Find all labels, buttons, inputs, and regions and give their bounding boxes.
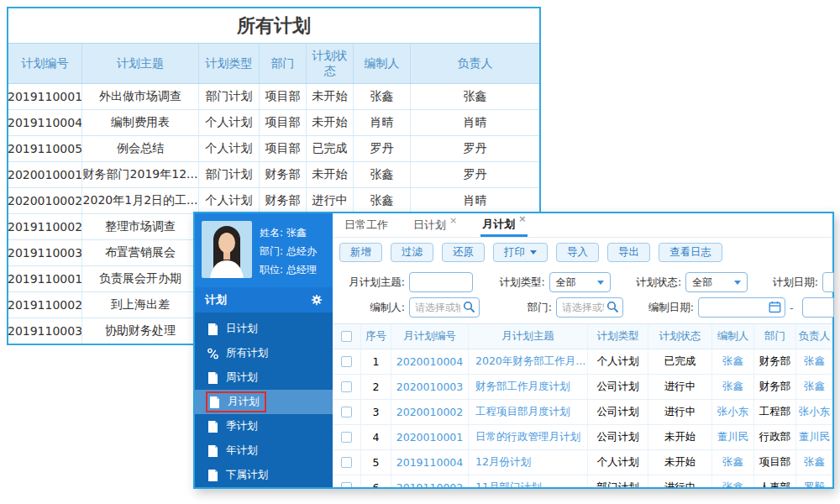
cell-plan-no: 2020010001 [8,162,82,187]
cell-owner: 肖晴 [411,188,539,213]
tab-close-icon[interactable]: × [518,213,526,224]
search-icon[interactable] [606,301,619,313]
cell-subject: 编制费用表 [82,110,199,135]
calendar-icon[interactable] [769,301,781,313]
cell-owner-link[interactable]: 张鑫 [796,450,832,475]
cell-dept: 财务部 [754,375,796,399]
plan-date-input[interactable] [822,272,834,292]
sidebar-item-monthly-plan[interactable]: 月计划 [195,390,333,414]
print-button[interactable]: 打印 [493,243,548,262]
create-date-to-input[interactable] [802,297,834,318]
cell-creator-link[interactable]: 董川民 [712,425,754,449]
table-row[interactable]: 2019110004 编制费用表 个人计划 项目部 未开始 肖晴 肖晴 [8,110,539,136]
row-checkbox[interactable] [341,381,352,392]
cell-plan-no-link[interactable]: 2020010002 [391,400,469,424]
table-row[interactable]: 3 2020010002 工程项目部月度计划 公司计划 进行中 张小东 工程部 … [333,400,832,425]
sidebar-section-plan[interactable]: 计划 [195,287,333,312]
column-header-subject: 计划主题 [82,44,199,83]
cell-type: 个人计划 [199,188,260,213]
table-row[interactable]: 2019110001 外出做市场调查 部门计划 项目部 未开始 张鑫 张鑫 [8,84,539,110]
cell-creator: 罗丹 [354,136,411,161]
cell-plan-no-link[interactable]: 2020010003 [391,375,469,399]
cell-plan-no-link[interactable]: 2020010004 [391,349,469,374]
cell-subject-link[interactable]: 2020年财务部工作月... [469,349,588,374]
tab-daily-work[interactable]: 日常工作 [343,213,390,237]
table-row[interactable]: 4 2020010001 日常的行政管理月计划 公司计划 未开始 董川民 行政部… [333,425,832,450]
cell-plan-no-link[interactable]: 2020010001 [391,425,469,449]
cell-subject-link[interactable]: 财务部工作月度计划 [469,375,588,399]
table-row[interactable]: 2019110005 例会总结 个人计划 项目部 已完成 罗丹 罗丹 [8,136,539,162]
table-row[interactable]: 6 2019110002 11月部门计划 部门计划 进行中 张鑫 人事部 罗毅 [333,475,832,487]
table-row[interactable]: 2020010002 2020年1月2日的工... 个人计划 财务部 进行中 张… [8,188,539,214]
creator-filter-field [409,297,480,318]
table-row[interactable]: 5 2019110004 12月份计划 个人计划 未开始 张鑫 项目部 张鑫 [333,450,832,475]
sidebar-item-quarterly-plan[interactable]: 季计划 [195,414,333,438]
profile-info: 姓名: 张鑫 部门: 总经办 职位: 总经理 [260,221,317,281]
cell-subject: 2020年1月2日的工... [82,188,199,213]
sidebar-item-weekly-plan[interactable]: 周计划 [195,365,333,390]
cell-subject-link[interactable]: 日常的行政管理月计划 [469,425,588,449]
row-checkbox[interactable] [341,407,352,417]
monthly-plan-table-body: 1 2020010004 2020年财务部工作月... 个人计划 已完成 张鑫 … [333,349,832,487]
cell-type: 个人计划 [199,136,260,161]
import-button[interactable]: 导入 [556,243,599,262]
cell-subject-link[interactable]: 11月部门计划 [469,475,588,487]
all-plans-table-header: 计划编号 计划主题 计划类型 部门 计划状态 编制人 负责人 [8,44,539,84]
filter-button[interactable]: 过滤 [391,243,433,262]
row-checkbox[interactable] [341,482,352,487]
cell-creator-link[interactable]: 张鑫 [712,375,754,399]
row-checkbox[interactable] [341,432,352,443]
cell-plan-no-link[interactable]: 2019110004 [391,450,469,475]
row-checkbox[interactable] [341,356,352,367]
cell-owner-link[interactable]: 张小东 [796,400,832,424]
cell-subject-link[interactable]: 工程项目部月度计划 [469,400,588,424]
cell-owner-link[interactable]: 罗毅 [796,475,832,487]
tab-daily-plan[interactable]: 日计划 × [412,213,459,237]
view-log-button[interactable]: 查看日志 [659,243,722,262]
table-row[interactable]: 1 2020010004 2020年财务部工作月... 个人计划 已完成 张鑫 … [333,349,832,375]
table-row[interactable]: 2020010001 财务部门2019年12... 部门计划 财务部 未开始 张… [8,162,539,188]
tab-close-icon[interactable]: × [449,215,457,226]
subject-input[interactable] [409,272,473,292]
cell-status: 已完成 [307,136,354,161]
tab-monthly-plan[interactable]: 月计划 × [480,213,528,237]
cell-owner-link[interactable]: 董川民 [796,425,832,449]
cell-creator-link[interactable]: 张鑫 [712,475,754,487]
add-button[interactable]: 新增 [339,243,382,262]
row-checkbox[interactable] [341,457,352,468]
link-icon [207,348,218,360]
reset-button[interactable]: 还原 [442,243,485,262]
date-range-separator: - [790,302,794,314]
cell-status: 进行中 [648,400,712,424]
cell-type: 部门计划 [199,162,260,187]
sidebar-item-all-plans[interactable]: 所有计划 [195,341,333,365]
plan-date-filter-label: 计划日期: [759,276,818,290]
search-icon[interactable] [463,301,475,313]
document-icon [207,445,218,457]
sidebar-item-yearly-plan[interactable]: 年计划 [195,438,333,463]
cell-owner-link[interactable]: 张鑫 [796,375,832,399]
cell-creator-link[interactable]: 张鑫 [712,349,754,374]
sidebar-item-daily-plan[interactable]: 日计划 [195,317,333,341]
cell-creator-link[interactable]: 张小东 [712,400,754,424]
cell-plan-no: 2019110003 [8,318,82,344]
gear-icon[interactable] [311,294,323,306]
plan-app-window: 姓名: 张鑫 部门: 总经办 职位: 总经理 计划 [193,212,834,489]
export-button[interactable]: 导出 [607,243,650,262]
cell-creator-link[interactable]: 张鑫 [712,450,754,475]
cell-dept: 项目部 [260,136,307,161]
status-select[interactable]: 全部 [685,272,748,292]
cell-dept: 财务部 [260,188,307,213]
table-row[interactable]: 2 2020010003 财务部工作月度计划 公司计划 进行中 张鑫 财务部 张… [333,375,832,400]
cell-subject-link[interactable]: 12月份计划 [469,450,588,475]
cell-plan-no-link[interactable]: 2019110002 [391,475,469,487]
cell-dept: 项目部 [260,110,307,135]
select-all-checkbox[interactable] [341,331,352,342]
cell-dept: 项目部 [754,450,796,475]
cell-dept: 行政部 [754,425,796,449]
sidebar-item-subordinate-plan[interactable]: 下属计划 [195,463,333,487]
cell-plan-no: 2019110005 [8,136,82,161]
type-select[interactable]: 全部 [549,272,612,292]
cell-owner-link[interactable]: 张鑫 [796,349,832,374]
cell-status: 未开始 [307,162,354,187]
